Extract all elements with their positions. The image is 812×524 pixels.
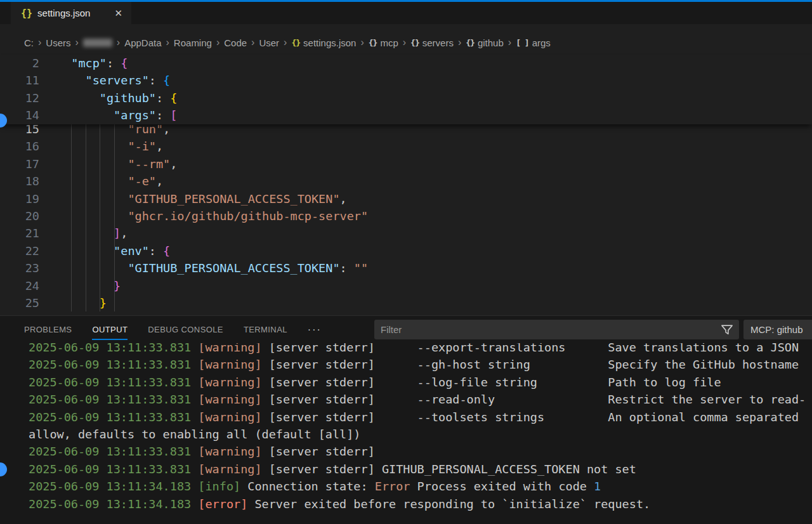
line-number: 24 — [0, 277, 39, 294]
close-icon[interactable]: ✕ — [112, 6, 125, 20]
breadcrumb-label: mcp — [380, 37, 398, 48]
log-line: 2025-06-09 13:11:33.831 [warning] [serve… — [29, 374, 812, 391]
code-line-24[interactable]: 24 } — [0, 277, 812, 294]
line-number: 16 — [0, 138, 39, 155]
line-number: 21 — [0, 225, 39, 242]
line-number: 12 — [0, 89, 39, 107]
breadcrumb-label: C: — [24, 37, 34, 48]
array-symbol-icon: [ ] — [516, 38, 528, 48]
log-line: 2025-06-09 13:11:33.831 [warning] [serve… — [29, 443, 812, 460]
log-line: 2025-06-09 13:11:33.831 [warning] [serve… — [29, 461, 812, 478]
breadcrumb-item-user[interactable]: ›User — [247, 37, 279, 48]
breadcrumb-item-redacted[interactable]: › — [71, 37, 112, 48]
code-line-16[interactable]: 16 "-i", — [0, 138, 812, 155]
filter-box — [374, 320, 739, 339]
breadcrumb-label: Code — [224, 37, 247, 48]
more-actions-icon[interactable]: ··· — [308, 324, 322, 336]
window-top-accent-border — [0, 0, 812, 2]
line-number: 25 — [0, 294, 39, 311]
line-content: "servers": { — [39, 72, 170, 89]
line-content: } — [39, 294, 107, 311]
line-content: "ghcr.io/github/github-mcp-server" — [39, 207, 368, 225]
line-number: 23 — [0, 259, 39, 277]
panel-tab-problems[interactable]: PROBLEMS — [24, 316, 72, 343]
breadcrumb: C:›Users››AppData›Roaming›Code›User›{}se… — [24, 33, 551, 52]
log-line: 2025-06-09 13:11:33.831 [warning] [serve… — [29, 409, 812, 426]
redacted-username — [83, 39, 112, 47]
panel-tab-debug-console[interactable]: DEBUG CONSOLE — [148, 316, 223, 343]
panel-tab-terminal[interactable]: TERMINAL — [244, 316, 287, 343]
breadcrumb-label: AppData — [124, 37, 161, 48]
code-line-11[interactable]: 11 "servers": { — [0, 72, 812, 89]
object-braces-icon: {} — [410, 38, 419, 48]
code-line-21[interactable]: 21 ], — [0, 225, 812, 242]
json-braces-icon: {} — [21, 8, 32, 19]
breadcrumb-separator-icon: › — [403, 37, 406, 48]
line-content: "-e", — [39, 173, 163, 190]
panel-tab-output[interactable]: OUTPUT — [92, 316, 128, 343]
editor-tab-bar: {} settings.json ✕ — [0, 0, 812, 24]
log-line: 2025-06-09 13:11:34.183 [info] Connectio… — [29, 478, 812, 495]
breadcrumb-item-appdata[interactable]: ›AppData — [112, 37, 162, 48]
breadcrumb-item-mcp[interactable]: ›{}mcp — [356, 37, 398, 48]
breadcrumb-item-roaming[interactable]: ›Roaming — [162, 37, 212, 48]
code-line-12[interactable]: 12 "github": { — [0, 89, 812, 107]
breadcrumb-label: github — [478, 37, 504, 48]
breadcrumb-item-args[interactable]: ›[ ]args — [504, 37, 551, 48]
log-line: allow, defaults to enabling all (default… — [29, 426, 812, 443]
code-line-14[interactable]: 14 "args": [ — [0, 107, 812, 124]
code-line-18[interactable]: 18 "-e", — [0, 173, 812, 190]
breadcrumb-item-code[interactable]: ›Code — [212, 37, 247, 48]
editor-pane: 15 "run",16 "-i",17 "--rm",18 "-e",19 "G… — [0, 24, 812, 315]
code-line-19[interactable]: 19 "GITHUB_PERSONAL_ACCESS_TOKEN", — [0, 190, 812, 207]
line-number: 22 — [0, 242, 39, 259]
breadcrumb-item-settings-json[interactable]: ›{}settings.json — [279, 37, 356, 48]
code-line-22[interactable]: 22 "env": { — [0, 242, 812, 259]
code-line-23[interactable]: 23 "GITHUB_PERSONAL_ACCESS_TOKEN": "" — [0, 259, 812, 277]
breadcrumb-separator-icon: › — [458, 37, 461, 48]
code-line-25[interactable]: 25 } — [0, 294, 812, 311]
breadcrumb-separator-icon: › — [360, 37, 363, 48]
filter-icon[interactable] — [721, 324, 733, 336]
line-content: "github": { — [39, 89, 177, 107]
tab-title: settings.json — [37, 8, 90, 18]
breadcrumb-separator-icon: › — [508, 37, 511, 48]
log-line: 2025-06-09 13:11:33.831 [warning] [serve… — [29, 356, 812, 373]
line-content: "args": [ — [39, 107, 177, 124]
breadcrumb-separator-icon: › — [251, 37, 254, 48]
log-line: 2025-06-09 13:11:33.831 [warning] [serve… — [29, 391, 812, 408]
code-lines: 15 "run",16 "-i",17 "--rm",18 "-e",19 "G… — [0, 121, 812, 311]
breadcrumb-item-users[interactable]: ›Users — [34, 37, 71, 48]
breadcrumb-label: args — [532, 37, 551, 48]
log-line: 2025-06-09 13:11:34.183 [error] Server e… — [29, 495, 812, 513]
line-number: 18 — [0, 173, 39, 190]
output-channel-select[interactable]: MCP: github — [743, 320, 812, 339]
line-content: "GITHUB_PERSONAL_ACCESS_TOKEN", — [39, 190, 347, 207]
filter-input[interactable] — [374, 324, 721, 335]
code-line-2[interactable]: 2 "mcp": { — [0, 55, 812, 72]
panel-tabs: PROBLEMSOUTPUTDEBUG CONSOLETERMINAL — [24, 316, 308, 343]
line-content: "env": { — [39, 242, 170, 259]
sticky-scroll: 2 "mcp": {11 "servers": {12 "github": {1… — [0, 55, 812, 124]
line-content: "GITHUB_PERSONAL_ACCESS_TOKEN": "" — [39, 259, 368, 277]
panel-header: PROBLEMSOUTPUTDEBUG CONSOLETERMINAL ··· … — [0, 316, 812, 343]
breadcrumb-separator-icon: › — [38, 37, 41, 48]
tab-settings-json[interactable]: {} settings.json ✕ — [11, 2, 131, 24]
line-content: } — [39, 277, 121, 294]
line-number: 19 — [0, 190, 39, 207]
breadcrumb-item-github[interactable]: ›{}github — [454, 37, 504, 48]
breadcrumb-separator-icon: › — [75, 37, 79, 48]
code-line-20[interactable]: 20 "ghcr.io/github/github-mcp-server" — [0, 207, 812, 225]
breadcrumb-separator-icon: › — [284, 37, 287, 48]
breadcrumb-separator-icon: › — [216, 37, 219, 48]
object-braces-icon: {} — [466, 38, 475, 48]
bottom-panel: 2025-06-09 13:11:33.831 [warning] [serve… — [0, 315, 812, 524]
code-line-17[interactable]: 17 "--rm", — [0, 155, 812, 173]
line-number: 17 — [0, 155, 39, 173]
breadcrumb-separator-icon: › — [117, 37, 120, 48]
line-number: 20 — [0, 207, 39, 225]
breadcrumb-item-c-[interactable]: C: — [24, 37, 34, 48]
breadcrumb-item-servers[interactable]: ›{}servers — [398, 37, 454, 48]
breadcrumb-label: settings.json — [303, 37, 356, 48]
line-number: 2 — [0, 55, 39, 72]
